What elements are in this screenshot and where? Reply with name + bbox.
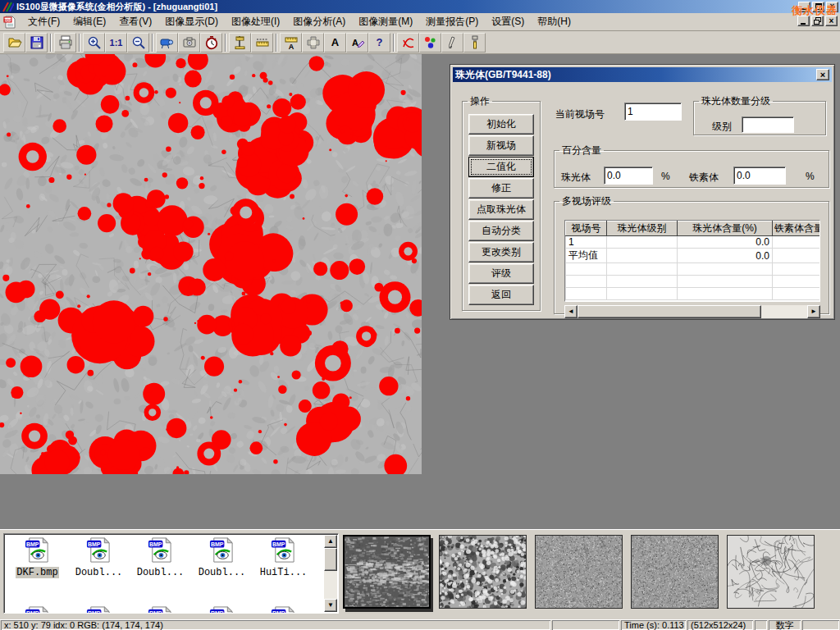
menu-item-help[interactable]: 帮助(H) (531, 13, 578, 30)
menu-item-image-analysis[interactable]: 图像分析(A) (286, 13, 352, 30)
menu-item-file[interactable]: 文件(F) (21, 13, 66, 30)
ferrite-percent-input[interactable] (733, 167, 786, 185)
menu-item-image-display[interactable]: 图像显示(D) (158, 13, 225, 30)
multifield-group-label: 多视场评级 (559, 194, 614, 208)
file-item[interactable]: BMP DKF.bmp (7, 536, 67, 578)
table-row[interactable]: 1 0.0 (566, 236, 821, 249)
file-item[interactable]: BMP (253, 605, 313, 614)
correct-button[interactable]: 修正 (468, 178, 534, 199)
scroll-thumb[interactable] (324, 548, 337, 571)
text-icon: A (331, 36, 339, 48)
file-name[interactable]: DKF.bmp (16, 567, 58, 578)
minimize-button[interactable] (798, 2, 810, 12)
scroll-down-arrow[interactable]: ▼ (324, 599, 337, 612)
auto-classify-button[interactable]: 自动分类 (468, 221, 534, 241)
toolbar: 1:1 A A A ? (0, 31, 840, 54)
preview-thumbnail-2[interactable] (439, 535, 527, 609)
micrograph-image[interactable] (0, 54, 422, 474)
toolbar-button-zoom-in[interactable] (83, 33, 105, 52)
menu-item-image-measure[interactable]: 图像测量(M) (352, 13, 419, 30)
dialog-close-button[interactable]: × (816, 69, 829, 80)
change-class-button[interactable]: 更改类别 (468, 242, 534, 262)
percent-group-label: 百分含量 (559, 144, 604, 158)
grade-button[interactable]: 评级 (468, 263, 534, 284)
toolbar-button-brush[interactable] (463, 33, 486, 52)
pearlite-percent-input[interactable] (604, 167, 653, 185)
file-item[interactable]: BMP HuiTi... (253, 536, 313, 578)
dialog-title-bar[interactable]: 珠光体(GB/T9441-88) × (453, 67, 832, 82)
bmp-file-icon: BMP (147, 605, 174, 614)
child-minimize-button[interactable] (797, 16, 810, 26)
preview-thumbnail-3[interactable] (535, 535, 623, 609)
mdi-child-controls: × (797, 16, 838, 26)
menu-item-measure-report[interactable]: 测量报告(P) (419, 13, 485, 30)
curve-tool-icon (401, 35, 416, 50)
toolbar-button-pen-tool[interactable] (441, 33, 463, 52)
initialize-button[interactable]: 初始化 (468, 114, 534, 135)
file-item[interactable]: BMP Doubl... (192, 536, 252, 578)
toolbar-button-actual-size[interactable]: 1:1 (105, 33, 127, 52)
pearlite-dialog: 珠光体(GB/T9441-88) × 操作 初始化 新视场 二值化 修正 点取珠… (450, 64, 835, 320)
toolbar-button-timer[interactable] (200, 33, 222, 52)
cell-level (607, 236, 678, 249)
toolbar-button-caliper[interactable] (229, 33, 251, 52)
toolbar-button-open[interactable] (3, 33, 25, 52)
file-item[interactable]: BMP (7, 605, 67, 614)
menu-item-view[interactable]: 查看(V) (112, 13, 158, 30)
operation-group: 操作 初始化 新视场 二值化 修正 点取珠光体 自动分类 更改类别 评级 返回 (462, 94, 541, 311)
child-close-button[interactable]: × (825, 16, 838, 26)
file-item[interactable]: BMP Doubl... (69, 536, 129, 578)
menu-item-settings[interactable]: 设置(S) (485, 13, 531, 30)
pen-tool-icon (445, 35, 460, 50)
toolbar-separator (393, 34, 395, 52)
status-empty-1 (552, 620, 619, 630)
toolbar-button-annotate[interactable]: A (346, 33, 368, 52)
file-item[interactable]: BMP (69, 605, 129, 614)
preview-thumbnail-5[interactable] (727, 535, 815, 609)
menu-bar: DOC 文件(F) 编辑(E) 查看(V) 图像显示(D) 图像处理(I) 图像… (0, 13, 840, 31)
file-name[interactable]: Doubl... (136, 567, 185, 578)
file-item[interactable]: BMP (130, 605, 190, 614)
toolbar-button-text[interactable]: A (324, 33, 346, 52)
toolbar-button-measure-text[interactable]: A (280, 33, 302, 52)
binarize-button[interactable]: 二值化 (468, 157, 534, 177)
scroll-left-arrow[interactable]: ◄ (564, 305, 578, 318)
file-name[interactable]: Doubl... (75, 567, 124, 578)
scroll-track[interactable] (761, 305, 807, 318)
menu-item-image-process[interactable]: 图像处理(I) (225, 13, 286, 30)
title-bar: IS100显微摄像系统(金相分析版) - [zhuguangti01] × (0, 0, 840, 13)
pick-pearlite-button[interactable]: 点取珠光体 (468, 199, 534, 220)
toolbar-button-particle-count[interactable] (419, 33, 441, 52)
return-button[interactable]: 返回 (468, 285, 534, 305)
toolbar-button-help[interactable]: ? (368, 33, 390, 52)
scroll-thumb[interactable] (578, 305, 761, 318)
child-restore-button[interactable] (811, 16, 824, 26)
cell-pearlite: 0.0 (678, 249, 773, 263)
table-row[interactable]: 平均值 0.0 (566, 249, 821, 263)
close-button[interactable]: × (826, 2, 838, 12)
toolbar-button-camera[interactable] (178, 33, 200, 52)
menu-item-edit[interactable]: 编辑(E) (66, 13, 112, 30)
file-name[interactable]: HuiTi... (259, 567, 308, 578)
toolbar-button-zoom-out[interactable] (127, 33, 149, 52)
file-item[interactable]: BMP (192, 605, 252, 614)
level-input[interactable] (742, 116, 794, 133)
preview-thumbnail-4[interactable] (631, 535, 719, 609)
window-controls: × (798, 2, 838, 12)
maximize-button[interactable] (812, 2, 824, 12)
toolbar-button-curve-tool[interactable] (397, 33, 419, 52)
toolbar-button-video-camera[interactable] (156, 33, 178, 52)
toolbar-button-save[interactable] (25, 33, 48, 52)
preview-thumbnail-1[interactable] (343, 535, 431, 609)
toolbar-button-ruler[interactable] (251, 33, 273, 52)
window-title: IS100显微摄像系统(金相分析版) - [zhuguangti01] (16, 1, 217, 13)
file-name[interactable]: Doubl... (198, 567, 247, 578)
file-item[interactable]: BMP Doubl... (130, 536, 190, 578)
scroll-right-arrow[interactable]: ► (807, 305, 820, 318)
current-field-input[interactable] (624, 103, 682, 121)
toolbar-button-print[interactable] (54, 33, 76, 52)
new-field-button[interactable]: 新视场 (468, 135, 534, 156)
toolbar-button-merge[interactable] (302, 33, 324, 52)
grading-group: 珠光体数量分级 级别 (693, 94, 826, 135)
scroll-up-arrow[interactable]: ▲ (324, 535, 337, 548)
